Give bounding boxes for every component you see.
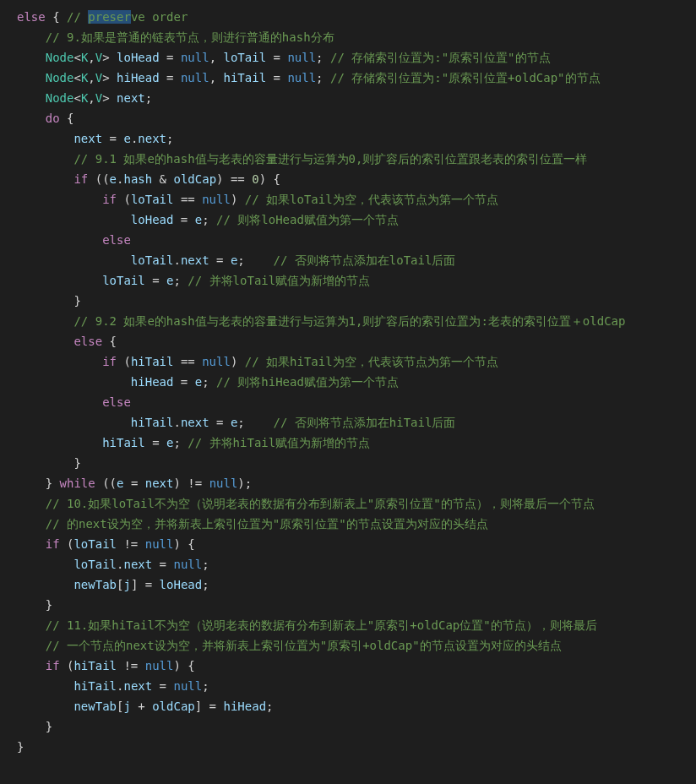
code-token: // 9.如果是普通的链表节点，则进行普通的hash分布	[46, 30, 334, 44]
code-token: >	[102, 51, 117, 64]
code-line[interactable]: }	[0, 595, 696, 615]
code-token: oldCap	[152, 700, 195, 713]
code-token: null	[202, 355, 231, 368]
code-line[interactable]: if (hiTail == null) // 如果hiTail为空，代表该节点为…	[0, 351, 696, 372]
code-line[interactable]: else	[0, 392, 696, 412]
code-line[interactable]: loHead = e; // 则将loHead赋值为第一个节点	[0, 210, 696, 230]
code-token: )	[231, 355, 245, 368]
code-token: null	[209, 476, 238, 490]
code-line[interactable]: hiTail.next = e; // 否则将节点添加在hiTail后面	[0, 412, 696, 433]
code-line[interactable]: if (hiTail != null) {	[0, 656, 696, 676]
code-line[interactable]: do {	[0, 108, 696, 128]
code-line[interactable]: newTab[j + oldCap] = hiHead;	[0, 696, 696, 716]
code-token: ) !=	[173, 476, 209, 490]
code-token: ;	[266, 700, 273, 713]
code-token: ,	[88, 51, 95, 64]
code-token: ==	[173, 355, 202, 368]
code-token: // 并将loTail赋值为新增的节点	[188, 274, 370, 287]
code-line[interactable]: // 9.1 如果e的hash值与老表的容量进行与运算为0,则扩容后的索引位置跟…	[0, 149, 696, 169]
code-token: null	[287, 51, 316, 64]
code-token: Node	[46, 91, 74, 105]
code-token: .	[173, 416, 180, 429]
code-line[interactable]: // 10.如果loTail不为空（说明老表的数据有分布到新表上"原索引位置"的…	[0, 493, 696, 514]
code-line[interactable]: Node<K,V> next;	[0, 88, 696, 108]
code-token: loHead	[131, 213, 174, 226]
code-token: null	[145, 537, 174, 551]
code-line[interactable]: // 一个节点的next设为空，并将新表上索引位置为"原索引+oldCap"的节…	[0, 635, 696, 656]
code-line[interactable]: newTab[j] = loHead;	[0, 574, 696, 595]
code-line[interactable]: if (loTail == null) // 如果loTail为空，代表该节点为…	[0, 189, 696, 210]
code-line[interactable]: }	[0, 737, 696, 757]
code-token: while	[60, 476, 95, 490]
code-token: next	[138, 132, 166, 145]
code-line[interactable]: // 9.如果是普通的链表节点，则进行普通的hash分布	[0, 27, 696, 47]
code-token: >	[102, 71, 117, 84]
code-token: =	[209, 416, 231, 429]
code-line[interactable]: }	[0, 453, 696, 473]
code-token: ;	[145, 91, 152, 105]
code-line[interactable]: loTail = e; // 并将loTail赋值为新增的节点	[0, 270, 696, 291]
code-token: // 否则将节点添加在hiTail后面	[273, 416, 455, 429]
code-token: hiHead	[117, 71, 160, 84]
code-line[interactable]: hiTail.next = null;	[0, 676, 696, 696]
code-token: Node	[46, 51, 74, 64]
code-line[interactable]: hiHead = e; // 则将hiHead赋值为第一个节点	[0, 372, 696, 392]
code-token: }	[46, 598, 52, 612]
code-token: {	[46, 10, 67, 24]
code-token: =	[209, 253, 231, 267]
code-line[interactable]: Node<K,V> loHead = null, loTail = null; …	[0, 47, 696, 68]
code-line[interactable]: next = e.next;	[0, 128, 696, 149]
code-line[interactable]: loTail.next = null;	[0, 554, 696, 574]
code-token: ve order	[131, 10, 188, 24]
code-token: //	[67, 10, 88, 24]
code-line[interactable]: if (loTail != null) {	[0, 534, 696, 554]
code-token: )	[231, 193, 245, 206]
code-token: =	[145, 436, 166, 449]
code-token: <	[73, 91, 80, 105]
code-token: ,	[88, 71, 95, 84]
code-line[interactable]: // 的next设为空，并将新表上索引位置为"原索引位置"的节点设置为对应的头结…	[0, 514, 696, 534]
code-token: =	[102, 132, 123, 145]
code-token: ;	[237, 416, 273, 429]
code-token: newTab	[73, 578, 117, 591]
code-line[interactable]: // 9.2 如果e的hash值与老表的容量进行与运算为1,则扩容后的索引位置为…	[0, 311, 696, 331]
code-line[interactable]: // 11.如果hiTail不为空（说明老表的数据有分布到新表上"原索引+old…	[0, 615, 696, 635]
code-token: 0	[252, 172, 258, 186]
code-line[interactable]: Node<K,V> hiHead = null, hiTail = null; …	[0, 68, 696, 88]
code-token: e	[123, 132, 130, 145]
code-token: .	[173, 253, 180, 267]
code-token: // 的next设为空，并将新表上索引位置为"原索引位置"的节点设置为对应的头结…	[46, 517, 488, 531]
code-token: ;	[202, 679, 209, 693]
code-token: ;	[173, 436, 188, 449]
code-token: V	[95, 71, 102, 84]
code-token: (	[117, 193, 131, 206]
code-line[interactable]: } while ((e = next) != null);	[0, 473, 696, 493]
code-token: next	[73, 132, 102, 145]
code-token: hiTail	[73, 659, 117, 672]
code-block[interactable]: else { // preserve order // 9.如果是普通的链表节点…	[0, 0, 696, 757]
code-token: do	[46, 112, 60, 125]
code-token: Node	[46, 71, 74, 84]
code-line[interactable]: hiTail = e; // 并将hiTail赋值为新增的节点	[0, 433, 696, 453]
code-token: hiTail	[224, 71, 267, 84]
code-token: (	[60, 537, 74, 551]
code-token: else	[73, 335, 102, 348]
code-token: // 存储索引位置为:"原索引位置"的节点	[330, 51, 551, 64]
code-token: preser	[88, 10, 131, 24]
code-token: =	[173, 375, 194, 389]
code-token: // 则将hiHead赋值为第一个节点	[216, 375, 399, 389]
code-line[interactable]: }	[0, 716, 696, 737]
code-token: ] =	[131, 578, 160, 591]
code-token: (	[117, 355, 131, 368]
code-token: loTail	[102, 274, 145, 287]
code-line[interactable]: else { // preserve order	[0, 7, 696, 27]
code-token: ((	[88, 172, 109, 186]
code-line[interactable]: }	[0, 291, 696, 311]
code-line[interactable]: if ((e.hash & oldCap) == 0) {	[0, 169, 696, 189]
code-token: null	[145, 659, 174, 672]
code-line[interactable]: else	[0, 230, 696, 250]
code-line[interactable]: else {	[0, 331, 696, 351]
code-line[interactable]: loTail.next = e; // 否则将节点添加在loTail后面	[0, 250, 696, 270]
code-token: if	[46, 537, 60, 551]
code-token: else	[102, 233, 131, 247]
